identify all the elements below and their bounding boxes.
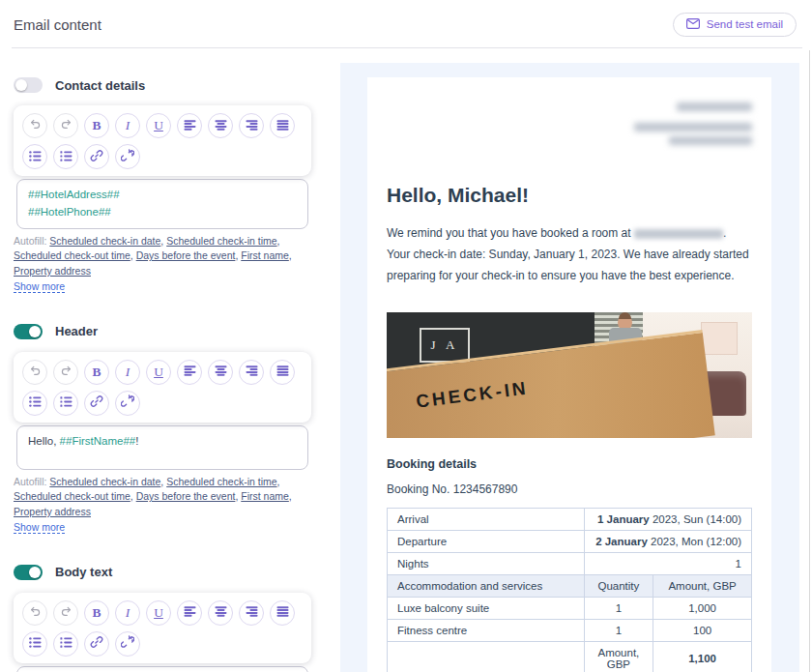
align-right-button[interactable] [239, 360, 264, 385]
section-header-text: Header B I U [14, 324, 340, 536]
body-text-toggle[interactable] [14, 565, 43, 580]
unordered-list-icon [29, 395, 42, 410]
separator: , [289, 490, 292, 502]
link-button[interactable] [84, 391, 109, 416]
italic-button[interactable]: I [115, 113, 140, 138]
item-quantity: 1 [584, 619, 653, 641]
align-center-button[interactable] [208, 113, 233, 138]
undo-button[interactable] [22, 113, 47, 138]
underline-button[interactable]: U [146, 113, 171, 138]
unlink-button[interactable] [115, 631, 140, 657]
intro-text: We remind you that you have booked a roo… [387, 226, 634, 240]
toolbar-slot: B I U [14, 593, 340, 663]
autofill-link-scheduled-check-in-time[interactable]: Scheduled check-in time [166, 235, 276, 247]
unordered-list-icon [29, 636, 42, 651]
ordered-list-button[interactable] [53, 144, 78, 169]
autofill-link-property-address[interactable]: Property address [14, 506, 91, 517]
underline-button[interactable]: U [146, 360, 171, 385]
align-center-button[interactable] [208, 360, 233, 385]
align-justify-button[interactable] [270, 360, 295, 385]
row-label: Nights [388, 552, 585, 574]
toolbar-row-2 [22, 391, 303, 416]
toolbar-row-1: B I U [22, 360, 303, 385]
email-preview-panel: Hello, Michael! We remind you that you h… [340, 63, 799, 672]
link-button[interactable] [84, 631, 109, 657]
rich-text-toolbar: B I U [14, 593, 311, 663]
contact-details-editor[interactable]: ##HotelAddress## ##HotelPhone## [16, 179, 308, 229]
autofill-link-scheduled-check-in-date[interactable]: Scheduled check-in date [49, 235, 160, 247]
redo-button[interactable] [53, 600, 78, 626]
separator: , [277, 235, 280, 247]
redo-button[interactable] [53, 360, 78, 385]
contact-details-toggle[interactable] [14, 77, 43, 93]
align-justify-button[interactable] [270, 600, 295, 626]
autofill-link-scheduled-check-in-time[interactable]: Scheduled check-in time [166, 476, 276, 487]
undo-button[interactable] [22, 600, 47, 626]
align-center-icon [215, 119, 227, 133]
undo-button[interactable] [22, 360, 47, 385]
ordered-list-button[interactable] [53, 631, 78, 657]
header-text-end: ! [135, 435, 138, 447]
checkin-photo: J A CHECK-IN [387, 312, 752, 438]
show-more-link[interactable]: Show more [14, 280, 65, 294]
photo-ja-sign: J A [420, 328, 470, 363]
link-button[interactable] [84, 144, 109, 169]
unordered-list-button[interactable] [22, 391, 47, 416]
align-justify-icon [276, 365, 289, 379]
hotel-phone-token: ##HotelPhone## [28, 206, 111, 218]
align-right-button[interactable] [239, 600, 264, 626]
hotel-address-token: ##HotelAddress## [28, 189, 120, 200]
align-center-icon [215, 605, 227, 620]
column-header-services: Accommodation and services [388, 574, 585, 597]
link-icon [90, 635, 103, 652]
redo-button[interactable] [53, 113, 78, 138]
align-right-button[interactable] [239, 113, 264, 138]
unordered-list-button[interactable] [22, 631, 47, 657]
send-test-email-button[interactable]: Send test email [673, 13, 797, 37]
align-left-button[interactable] [177, 600, 202, 626]
underline-button[interactable]: U [146, 600, 171, 626]
show-more-link[interactable]: Show more [14, 521, 65, 535]
separator: , [277, 476, 280, 487]
first-name-token: ##FirstName## [60, 435, 136, 447]
autofill-link-scheduled-check-out-time[interactable]: Scheduled check-out time [14, 249, 130, 261]
email-preview-card: Hello, Michael! We remind you that you h… [367, 77, 771, 672]
unlink-icon [121, 635, 134, 652]
redacted-hotel-info [387, 102, 752, 145]
value-bold: 2 January [595, 536, 648, 547]
empty-cell [388, 641, 585, 672]
envelope-icon [686, 18, 700, 31]
align-center-button[interactable] [208, 600, 233, 626]
autofill-link-days-before-the-event[interactable]: Days before the event [136, 249, 236, 261]
autofill-link-first-name[interactable]: First name [241, 490, 289, 502]
header-toggle[interactable] [14, 324, 43, 339]
bold-button[interactable]: B [84, 600, 109, 626]
italic-button[interactable]: I [115, 600, 140, 626]
autofill-link-property-address[interactable]: Property address [14, 265, 91, 277]
redacted-line [677, 102, 752, 111]
bold-button[interactable]: B [84, 113, 109, 138]
table-row-arrival: Arrival 1 January 2023, Sun (14:00) [388, 508, 752, 530]
value-bold: 1 January [597, 513, 650, 525]
body-text-editor[interactable]: We remind you that you have booked a roo… [16, 666, 308, 672]
photo-checkin-desk-text: CHECK-IN [415, 377, 530, 412]
unordered-list-button[interactable] [22, 144, 47, 169]
align-right-icon [246, 365, 258, 379]
autofill-link-scheduled-check-in-date[interactable]: Scheduled check-in date [49, 476, 160, 487]
separator: , [235, 490, 238, 502]
bold-button[interactable]: B [84, 360, 109, 385]
align-left-button[interactable] [177, 360, 202, 385]
align-justify-button[interactable] [270, 113, 295, 138]
header-editor[interactable]: Hello, ##FirstName##! [16, 425, 308, 470]
ordered-list-button[interactable] [53, 391, 78, 416]
align-left-button[interactable] [177, 113, 202, 138]
autofill-link-first-name[interactable]: First name [241, 249, 289, 261]
unlink-button[interactable] [115, 391, 140, 416]
italic-button[interactable]: I [115, 360, 140, 385]
table-total-row: Amount, GBP 1,100 [388, 641, 752, 672]
ordered-list-icon [60, 636, 72, 651]
unlink-icon [121, 394, 134, 411]
unlink-button[interactable] [115, 144, 140, 169]
autofill-link-days-before-the-event[interactable]: Days before the event [136, 490, 236, 502]
autofill-link-scheduled-check-out-time[interactable]: Scheduled check-out time [14, 490, 130, 502]
